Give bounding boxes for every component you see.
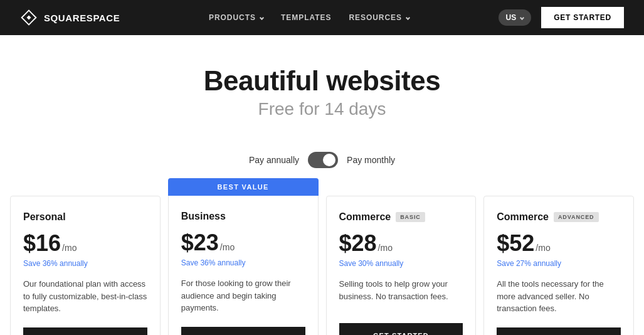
- plan-commerce-advanced: Commerce ADVANCED $52 /mo Save 27% annua…: [483, 196, 634, 335]
- hero-section: Beautiful websites Free for 14 days: [0, 35, 644, 134]
- nav-right: US GET STARTED: [499, 7, 624, 28]
- price-business: $23: [181, 230, 219, 256]
- plan-name-business: Business: [181, 211, 226, 222]
- navigation: SQUARESPACE PRODUCTS TEMPLATES RESOURCES…: [0, 0, 644, 35]
- plan-name-commerce-basic: Commerce: [339, 211, 391, 223]
- language-button[interactable]: US: [499, 9, 532, 26]
- price-row-commerce-basic: $28 /mo: [339, 230, 463, 257]
- price-commerce-basic: $28: [339, 230, 377, 257]
- toggle-thumb: [323, 154, 335, 166]
- plan-header-commerce-basic: Commerce BASIC: [339, 211, 463, 223]
- pricing-cards: Personal $16 /mo Save 36% annually Our f…: [10, 196, 634, 335]
- price-per-personal: /mo: [62, 243, 77, 253]
- save-business: Save 36% annually: [181, 258, 305, 267]
- badge-advanced: ADVANCED: [554, 212, 599, 222]
- save-personal: Save 36% annually: [23, 259, 147, 268]
- cta-business[interactable]: GET STARTED: [181, 327, 305, 336]
- billing-toggle[interactable]: [308, 152, 338, 168]
- cta-personal[interactable]: GET STARTED: [23, 327, 147, 336]
- nav-templates[interactable]: TEMPLATES: [281, 13, 331, 22]
- badge-basic: BASIC: [396, 212, 425, 222]
- logo-text: SQUARESPACE: [44, 13, 120, 23]
- price-per-commerce-basic: /mo: [378, 243, 393, 253]
- plan-header-commerce-advanced: Commerce ADVANCED: [497, 211, 621, 223]
- price-commerce-advanced: $52: [497, 230, 534, 257]
- price-per-commerce-advanced: /mo: [536, 243, 550, 253]
- best-value-banner: BEST VALUE: [168, 178, 319, 196]
- price-row-commerce-advanced: $52 /mo: [497, 230, 621, 257]
- nav-get-started-button[interactable]: GET STARTED: [541, 7, 624, 28]
- hero-title: Beautiful websites: [13, 65, 631, 97]
- desc-commerce-basic: Selling tools to help grow your business…: [339, 278, 463, 311]
- banner-row: BEST VALUE: [10, 178, 634, 196]
- desc-business: For those looking to grow their audience…: [181, 277, 305, 314]
- plan-header-personal: Personal: [23, 211, 147, 223]
- label-monthly: Pay monthly: [347, 155, 395, 165]
- nav-resources[interactable]: RESOURCES: [349, 13, 409, 22]
- products-chevron-icon: [260, 15, 264, 19]
- save-commerce-advanced: Save 27% annually: [497, 259, 621, 268]
- pricing-section: BEST VALUE Personal $16 /mo Save 36% ann…: [0, 178, 644, 335]
- price-row-personal: $16 /mo: [23, 230, 147, 257]
- nav-links: PRODUCTS TEMPLATES RESOURCES: [209, 13, 409, 22]
- hero-subtitle: Free for 14 days: [13, 99, 631, 119]
- price-per-business: /mo: [220, 242, 235, 252]
- cta-commerce-basic[interactable]: GET STARTED: [339, 323, 463, 335]
- price-row-business: $23 /mo: [181, 230, 305, 256]
- resources-chevron-icon: [406, 15, 410, 19]
- billing-toggle-row: Pay annually Pay monthly: [0, 152, 644, 168]
- plan-business: Business $23 /mo Save 36% annually For t…: [168, 196, 319, 335]
- plan-header-business: Business: [181, 211, 305, 222]
- plan-commerce-basic: Commerce BASIC $28 /mo Save 30% annually…: [326, 196, 477, 335]
- save-commerce-basic: Save 30% annually: [339, 259, 463, 268]
- logo[interactable]: SQUARESPACE: [20, 9, 120, 26]
- nav-products[interactable]: PRODUCTS: [209, 13, 263, 22]
- label-annual: Pay annually: [249, 155, 299, 165]
- cta-commerce-advanced[interactable]: GET STARTED: [497, 327, 621, 336]
- logo-icon: [20, 9, 38, 26]
- desc-commerce-advanced: All the tools necessary for the more adv…: [497, 278, 621, 315]
- plan-personal: Personal $16 /mo Save 36% annually Our f…: [10, 196, 161, 335]
- plan-name-commerce-advanced: Commerce: [497, 211, 549, 223]
- lang-chevron-icon: [520, 15, 524, 19]
- price-personal: $16: [23, 230, 61, 257]
- desc-personal: Our foundational plan with access to ful…: [23, 278, 147, 315]
- plan-name-personal: Personal: [23, 211, 66, 223]
